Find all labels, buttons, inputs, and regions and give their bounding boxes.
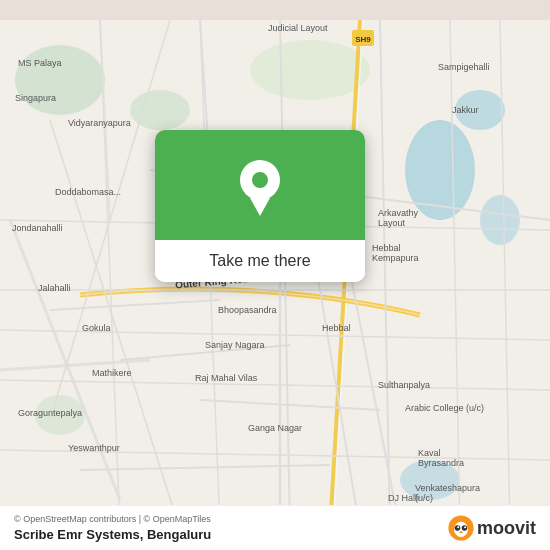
svg-point-42 [457, 526, 459, 528]
map-label-venkateshapura: Venkateshapura(u/c) [415, 483, 480, 503]
bottom-bar: © OpenStreetMap contributors | © OpenMap… [0, 505, 550, 550]
map-label-arkavathy-layout: ArkavathyLayout [378, 208, 418, 228]
svg-text:SH9: SH9 [355, 35, 371, 44]
svg-point-1 [15, 45, 105, 115]
map-label-bhoopasandra: Bhoopasandra [218, 305, 277, 315]
map-label-jondanahalli: Jondanahalli [12, 223, 63, 233]
location-card: Take me there [155, 130, 365, 282]
moovit-logo: moovit [447, 514, 536, 542]
map-label-kaval-byrasandra: KavalByrasandra [418, 448, 464, 468]
map-label-ms-palaya: MS Palaya [18, 58, 62, 68]
svg-point-43 [464, 526, 466, 528]
map-label-mathikere: Mathikere [92, 368, 132, 378]
bottom-bar-left: © OpenStreetMap contributors | © OpenMap… [14, 514, 447, 542]
location-name: Scribe Emr Systems, Bengaluru [14, 527, 447, 542]
map-label-singapura: Singapura [15, 93, 56, 103]
moovit-text: moovit [477, 518, 536, 539]
pin-tail [250, 198, 270, 216]
map-label-judicial-layout: Judicial Layout [268, 23, 328, 33]
map-label-yeswanthpur: Yeswanthpur [68, 443, 120, 453]
map-label-raj-mahal: Raj Mahal Vilas [195, 373, 257, 383]
svg-point-3 [405, 120, 475, 220]
map-label-goraguntepalya: Goraguntepalya [18, 408, 82, 418]
moovit-icon [447, 514, 475, 542]
svg-point-6 [250, 40, 370, 100]
card-map-area [155, 130, 365, 240]
map-label-jakkur: Jakkur [452, 105, 479, 115]
map-label-gokula: Gokula [82, 323, 111, 333]
map-label-arabic-college: Arabic College (u/c) [405, 403, 484, 413]
svg-point-5 [480, 195, 520, 245]
pin-dot [252, 172, 268, 188]
map-container: SH9 MS Palaya Singapura Vidyaranyapura T… [0, 0, 550, 550]
map-label-sanjay-nagara: Sanjay Nagara [205, 340, 265, 350]
location-pin [240, 160, 280, 210]
map-label-jalahalli: Jalahalli [38, 283, 71, 293]
map-label-sampigehalli: Sampigehalli [438, 62, 490, 72]
take-me-there-button[interactable]: Take me there [155, 240, 365, 282]
map-label-sulthanpalya: Sulthanpalya [378, 380, 430, 390]
map-label-hebbal: Hebbal [322, 323, 351, 333]
map-attribution: © OpenStreetMap contributors | © OpenMap… [14, 514, 447, 524]
map-label-hebbal-kempapura: HebbalKempapura [372, 243, 419, 263]
map-label-ganga-nagar: Ganga Nagar [248, 423, 302, 433]
map-label-vidyaranyapura: Vidyaranyapura [68, 118, 131, 128]
map-label-doddabomasandra: Doddabomasa... [55, 187, 121, 197]
pin-circle [240, 160, 280, 200]
